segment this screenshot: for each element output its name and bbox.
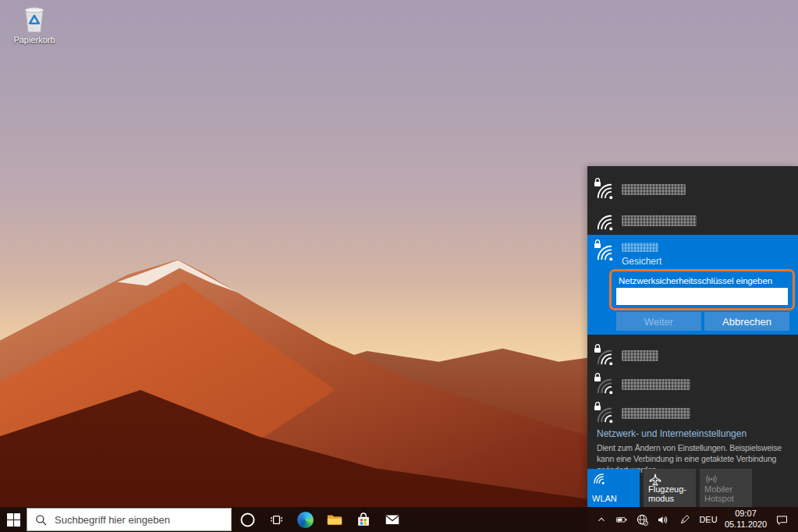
pen-icon bbox=[679, 513, 691, 526]
speaker-icon bbox=[657, 513, 670, 527]
network-name-redacted bbox=[622, 243, 658, 252]
network-status: Gesichert bbox=[622, 256, 661, 267]
annotation-highlight-box: Netzwerksicherheitsschlüssel eingeben bbox=[609, 269, 795, 310]
desktop: Papierkorb bbox=[0, 0, 798, 532]
taskbar: DEU 09:07 05.11.2020 bbox=[0, 507, 798, 532]
wifi-secured-icon bbox=[594, 373, 615, 396]
wifi-open-icon bbox=[594, 209, 615, 232]
network-name-redacted bbox=[622, 215, 697, 226]
globe-no-internet-icon bbox=[636, 513, 649, 527]
tray-overflow-chevron[interactable] bbox=[592, 507, 611, 532]
security-key-label: Netzwerksicherheitsschlüssel eingeben bbox=[616, 275, 788, 288]
wifi-network-item[interactable] bbox=[587, 173, 798, 206]
next-button[interactable]: Weiter bbox=[616, 312, 701, 331]
mail-button[interactable] bbox=[378, 507, 406, 532]
airplane-tile-label-line1: Flugzeug- bbox=[648, 484, 686, 494]
mobile-hotspot-tile[interactable]: Mobiler Hotspot bbox=[700, 469, 752, 507]
tray-volume[interactable] bbox=[653, 507, 674, 532]
cortana-icon bbox=[239, 512, 256, 528]
taskbar-search-box[interactable] bbox=[27, 508, 232, 531]
wifi-network-item[interactable] bbox=[587, 206, 798, 236]
file-explorer-icon bbox=[326, 511, 343, 528]
start-button[interactable] bbox=[0, 507, 27, 532]
recycle-bin-label: Papierkorb bbox=[12, 35, 56, 44]
task-view-icon bbox=[268, 512, 285, 528]
wifi-network-item[interactable] bbox=[587, 341, 798, 370]
airplane-mode-tile[interactable]: Flugzeug- modus bbox=[644, 469, 696, 507]
chevron-up-icon bbox=[596, 514, 607, 525]
security-key-input[interactable] bbox=[616, 288, 788, 305]
network-name-redacted bbox=[622, 184, 686, 195]
microsoft-store-icon bbox=[355, 511, 372, 528]
tray-pen[interactable] bbox=[674, 507, 695, 532]
network-name-redacted bbox=[622, 350, 658, 361]
tray-battery[interactable] bbox=[611, 507, 632, 532]
wifi-icon bbox=[592, 473, 605, 488]
cortana-button[interactable] bbox=[233, 507, 262, 532]
wifi-network-item[interactable] bbox=[587, 370, 798, 399]
action-center-icon bbox=[775, 513, 789, 527]
edge-icon bbox=[297, 512, 314, 528]
task-view-button[interactable] bbox=[262, 507, 291, 532]
windows-logo-icon bbox=[7, 513, 20, 527]
hotspot-tile-label-line1: Mobiler bbox=[704, 484, 732, 494]
file-explorer-button[interactable] bbox=[320, 507, 349, 532]
airplane-tile-label-line2: modus bbox=[648, 494, 674, 503]
tray-clock[interactable]: 09:07 05.11.2020 bbox=[722, 507, 770, 532]
wlan-tile[interactable]: WLAN bbox=[587, 469, 640, 507]
wifi-secured-icon bbox=[594, 239, 615, 263]
search-icon bbox=[35, 514, 47, 526]
mail-icon bbox=[384, 511, 401, 528]
recycle-bin-icon bbox=[20, 5, 48, 34]
taskbar-apps bbox=[233, 507, 406, 532]
edge-browser-button[interactable] bbox=[291, 507, 320, 532]
cancel-button[interactable]: Abbrechen bbox=[704, 312, 789, 331]
wifi-secured-icon bbox=[594, 178, 615, 201]
microsoft-store-button[interactable] bbox=[349, 507, 378, 532]
action-center-button[interactable] bbox=[770, 507, 793, 532]
network-settings-link[interactable]: Netzwerk- und Interneteinstellungen bbox=[597, 428, 747, 439]
wifi-secured-icon bbox=[594, 402, 615, 425]
tray-network[interactable] bbox=[632, 507, 653, 532]
tray-date: 05.11.2020 bbox=[725, 520, 767, 530]
wifi-network-item-selected[interactable]: Gesichert Netzwerksicherheitsschlüssel e… bbox=[587, 235, 798, 335]
battery-charging-icon bbox=[615, 513, 629, 526]
wifi-network-flyout: Gesichert Netzwerksicherheitsschlüssel e… bbox=[587, 166, 798, 507]
search-input[interactable] bbox=[55, 514, 231, 526]
recycle-bin-shortcut[interactable]: Papierkorb bbox=[12, 5, 56, 44]
network-name-redacted bbox=[622, 408, 690, 419]
system-tray: DEU 09:07 05.11.2020 bbox=[592, 507, 798, 532]
tray-language-indicator[interactable]: DEU bbox=[695, 507, 722, 532]
tray-time: 09:07 bbox=[735, 509, 757, 520]
hotspot-tile-label-line2: Hotspot bbox=[704, 494, 734, 503]
wlan-tile-label: WLAN bbox=[592, 494, 617, 503]
network-name-redacted bbox=[622, 379, 690, 390]
wifi-secured-icon bbox=[594, 344, 615, 367]
quick-action-tiles: WLAN Flugzeug- modus Mobiler Hotspot bbox=[587, 469, 752, 507]
wifi-network-item[interactable] bbox=[587, 399, 798, 427]
